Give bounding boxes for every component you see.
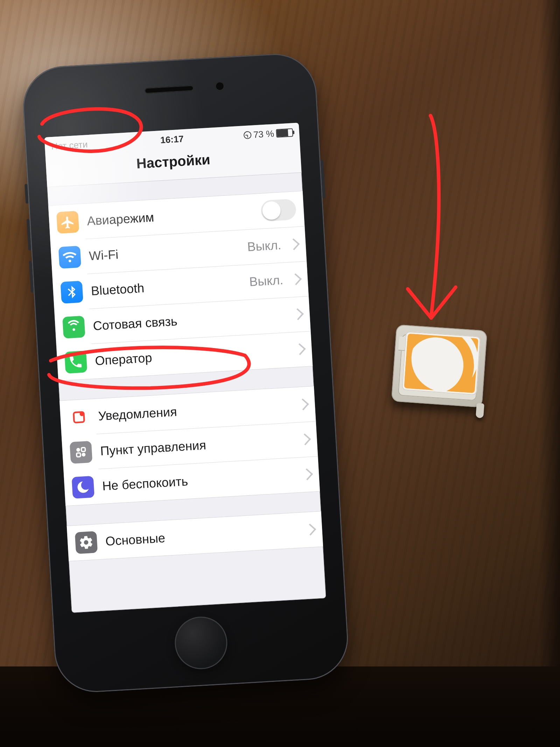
table-edge-right (539, 0, 560, 666)
phone-screen: Нет сети 16:17 73 % Настройки АвиарежимW… (44, 123, 326, 613)
sim-tray-eject-pin (476, 403, 484, 418)
volume-down (29, 261, 34, 292)
rotation-lock-icon (243, 131, 251, 139)
front-camera (215, 81, 224, 91)
settings-row-label: Авиарежим (86, 204, 253, 228)
settings-list: АвиарежимWi-FiВыкл.BluetoothВыкл.Сотовая… (47, 173, 323, 561)
control-center-icon (70, 441, 92, 464)
settings-group: Основные (67, 511, 323, 561)
earpiece-speaker (145, 85, 194, 94)
sim-tray (391, 324, 488, 408)
settings-row-value: Выкл. (247, 238, 281, 255)
settings-row-label: Bluetooth (91, 275, 241, 298)
annotation-arrow-shaft (430, 116, 439, 316)
iphone-body: Нет сети 16:17 73 % Настройки АвиарежимW… (21, 51, 350, 694)
settings-row-label: Пункт управления (100, 433, 293, 459)
settings-row-label: Уведомления (98, 398, 291, 424)
cellular-icon (62, 316, 85, 338)
general-icon (75, 531, 98, 554)
mute-switch (24, 184, 28, 203)
settings-row-label: Основные (105, 523, 298, 549)
svg-rect-5 (77, 453, 80, 457)
notifications-icon (68, 406, 90, 429)
svg-point-3 (82, 453, 85, 457)
settings-row-value: Выкл. (249, 273, 284, 290)
battery-percent: 73 % (253, 128, 274, 140)
chevron-right-icon (299, 434, 311, 445)
svg-rect-4 (82, 448, 85, 451)
settings-row-label: Wi-Fi (89, 240, 239, 264)
airplane-mode-toggle[interactable] (260, 199, 296, 222)
sim-card-logo (404, 334, 478, 393)
settings-row-label: Не беспокоить (102, 468, 295, 494)
carrier-icon (64, 351, 87, 373)
annotation-arrow-head (408, 287, 456, 318)
chevron-right-icon (294, 343, 306, 355)
chevron-right-icon (301, 469, 313, 480)
settings-row-label: Оператор (94, 343, 288, 368)
settings-row-general[interactable]: Основные (67, 511, 323, 561)
settings-group: АвиарежимWi-FiВыкл.BluetoothВыкл.Сотовая… (48, 191, 313, 381)
chevron-right-icon (297, 399, 309, 410)
dnd-icon (72, 476, 94, 499)
bluetooth-icon (60, 281, 83, 304)
battery-icon (276, 128, 293, 138)
airplane-icon (56, 211, 79, 234)
wifi-icon (58, 246, 81, 269)
settings-row-label: Сотовая связь (93, 307, 286, 333)
svg-point-2 (76, 448, 80, 452)
settings-group: УведомленияПункт управленияНе беспокоить (59, 386, 320, 506)
chevron-right-icon (290, 273, 302, 285)
home-button[interactable] (173, 615, 229, 671)
volume-up (27, 219, 31, 250)
chevron-right-icon (304, 524, 316, 535)
chevron-right-icon (288, 238, 300, 250)
sim-card (402, 331, 481, 395)
chevron-right-icon (292, 308, 304, 320)
power-button (321, 160, 326, 198)
